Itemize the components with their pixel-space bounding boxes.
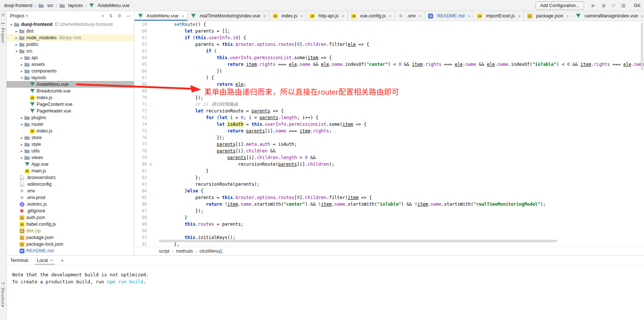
tree-item-components[interactable]: ▸components bbox=[7, 68, 134, 74]
titlebar-icons: ▶◉⊙▦ bbox=[590, 3, 627, 8]
tree-item-node_modules[interactable]: ▸node_moduleslibrary root bbox=[7, 34, 134, 41]
tree-item-dist[interactable]: ▸dist bbox=[7, 28, 134, 34]
horizontal-scrollbar[interactable] bbox=[159, 240, 557, 242]
tree-item-public[interactable]: ▸public bbox=[7, 41, 134, 48]
tree-item-api[interactable]: ▸api bbox=[7, 54, 134, 61]
tab-index.js[interactable]: JSindex.js× bbox=[269, 11, 306, 21]
close-icon[interactable]: × bbox=[181, 13, 184, 19]
structure-toolwindow-button[interactable]: 7: Structure bbox=[1, 282, 5, 307]
close-icon[interactable]: × bbox=[566, 13, 569, 19]
tab-realTimeMonitoring-index.vue[interactable]: realTimeMonitoring\index.vue× bbox=[188, 11, 269, 21]
tree-item-AsideMenu.vue[interactable]: AsideMenu.vue bbox=[7, 81, 134, 88]
editor-breadcrumb-item-clickMenu-[interactable]: clickMenu() bbox=[199, 249, 222, 254]
tree-item-index.js[interactable]: JSindex.js bbox=[7, 94, 134, 101]
chevron-right-icon[interactable]: ▸ bbox=[19, 56, 24, 60]
tree-item-package.json[interactable]: { }package.json bbox=[7, 234, 134, 241]
add-configuration-button[interactable]: Add Configuration... bbox=[536, 1, 584, 10]
chevron-right-icon[interactable]: ▸ bbox=[19, 69, 24, 73]
close-icon[interactable]: × bbox=[419, 13, 422, 19]
tab-AsideMenu.vue[interactable]: AsideMenu.vue× bbox=[134, 11, 188, 21]
breadcrumb-item-duoji-frontend[interactable]: duoji-frontend bbox=[3, 3, 33, 9]
chevron-right-icon[interactable]: ▸ bbox=[14, 36, 19, 40]
locate-file-icon[interactable]: ⌖ bbox=[101, 13, 104, 18]
code-area[interactable]: 59 setRoute() {60 let parents = [];61 if… bbox=[134, 21, 644, 247]
coverage-icon[interactable]: ⊙ bbox=[610, 3, 617, 8]
tab-README.md[interactable]: MREADME.md× bbox=[425, 11, 474, 21]
chevron-right-icon[interactable]: ▸ bbox=[19, 63, 24, 67]
breadcrumb-item-layouts[interactable]: layouts bbox=[58, 3, 84, 9]
project-view-selector[interactable]: Project ▾ bbox=[10, 13, 28, 18]
chevron-right-icon[interactable]: ▸ bbox=[19, 136, 24, 140]
hide-panel-icon[interactable]: — bbox=[126, 13, 131, 18]
editor-breadcrumb-item-methods[interactable]: methods bbox=[176, 249, 193, 254]
tree-item-router[interactable]: ▾router bbox=[7, 121, 134, 128]
close-icon[interactable]: × bbox=[389, 13, 392, 19]
tree-item-views[interactable]: ▸views bbox=[7, 154, 134, 161]
chevron-right-icon[interactable]: ▸ bbox=[14, 43, 19, 47]
run-icon[interactable]: ▶ bbox=[590, 3, 597, 8]
chevron-right-icon[interactable]: ▸ bbox=[19, 116, 24, 120]
tree-item-main.js[interactable]: JSmain.js bbox=[7, 168, 134, 174]
chevron-down-icon[interactable]: ▾ bbox=[19, 122, 24, 127]
tool-window-grid-icon[interactable]: ⊞ bbox=[0, 13, 6, 17]
vertical-scrollbar[interactable] bbox=[641, 23, 643, 71]
tree-item-utils[interactable]: ▸utils bbox=[7, 148, 134, 154]
close-icon[interactable]: × bbox=[518, 13, 521, 19]
breadcrumb-item-AsideMenu.vue[interactable]: AsideMenu.vue bbox=[88, 3, 131, 9]
tab-package.json[interactable]: { }package.json× bbox=[524, 11, 572, 21]
tree-item-plugins[interactable]: ▸plugins bbox=[7, 114, 134, 121]
tab-http-api.js[interactable]: JShttp-api.js× bbox=[306, 11, 348, 21]
chevron-down-icon[interactable]: ▾ bbox=[14, 49, 19, 53]
tab-vue.config.js[interactable]: JSvue.config.js× bbox=[348, 11, 395, 21]
debug-icon[interactable]: ◉ bbox=[600, 3, 607, 8]
gutter-spacer bbox=[147, 234, 155, 241]
close-icon[interactable]: × bbox=[342, 13, 345, 19]
tree-item-src[interactable]: ▾src bbox=[7, 48, 134, 54]
tree-item-.eslintrc.js[interactable]: e.eslintrc.js bbox=[7, 201, 134, 208]
expand-collapse-icon[interactable]: ⇅ bbox=[109, 13, 113, 18]
tree-item-PageContent.vue[interactable]: PageContent.vue bbox=[7, 101, 134, 108]
tree-item-package-lock.json[interactable]: { }package-lock.json bbox=[7, 241, 134, 247]
chevron-right-icon[interactable]: ▸ bbox=[14, 29, 19, 33]
terminal-output[interactable]: Note that the development build is not o… bbox=[7, 265, 644, 320]
tree-item-duoji-frontend[interactable]: ▾duoji-frontendD:\zheheWeb\duoji-fronten… bbox=[7, 21, 134, 28]
close-icon[interactable]: × bbox=[263, 13, 266, 19]
tree-item-assets[interactable]: ▸assets bbox=[7, 61, 134, 68]
close-icon[interactable]: × bbox=[50, 257, 53, 263]
tree-item-dist.zip[interactable]: Zdist.zip bbox=[7, 228, 134, 234]
tree-item-.browserslistrc[interactable]: .browserslistrc bbox=[7, 174, 134, 181]
tree-item-.gitignore[interactable]: .gitignore bbox=[7, 208, 134, 214]
chevron-right-icon[interactable]: ▸ bbox=[19, 142, 24, 146]
tree-item-.env[interactable]: ⚙.env bbox=[7, 188, 134, 194]
close-icon[interactable]: × bbox=[300, 13, 303, 19]
tab-cameraManage-index.vue[interactable]: cameraManage\index.vue× bbox=[573, 11, 644, 21]
tree-item-style[interactable]: ▸style bbox=[7, 141, 134, 148]
tab-.env[interactable]: ⚙.env× bbox=[395, 11, 425, 21]
tree-item-Breadcrumb.vue[interactable]: Breadcrumb.vue bbox=[7, 88, 134, 94]
tree-item-babel.config.js[interactable]: JSbabel.config.js bbox=[7, 221, 134, 228]
git-label[interactable]: Git: bbox=[634, 3, 641, 8]
tree-item-layouts[interactable]: ▾layouts bbox=[7, 74, 134, 81]
editor-breadcrumb-item-script[interactable]: script bbox=[159, 249, 170, 254]
chevron-right-icon[interactable]: ▸ bbox=[19, 156, 24, 160]
close-icon[interactable]: × bbox=[467, 13, 470, 19]
tree-item-.env.prod[interactable]: ⚙.env.prod bbox=[7, 194, 134, 201]
tree-item-App.vue[interactable]: App.vue bbox=[7, 161, 134, 168]
grid-icon[interactable]: ▦ bbox=[620, 3, 627, 8]
close-icon[interactable]: × bbox=[641, 13, 644, 19]
settings-gear-icon[interactable]: ⚙ bbox=[117, 13, 121, 18]
chevron-down-icon[interactable]: ▾ bbox=[19, 76, 24, 80]
tree-item-auth.json[interactable]: { }auth.json bbox=[7, 214, 134, 221]
tree-item-PageHeader.vue[interactable]: PageHeader.vue bbox=[7, 108, 134, 114]
tree-item-.editorconfig[interactable]: .editorconfig bbox=[7, 181, 134, 188]
breadcrumb-item-src[interactable]: src bbox=[37, 3, 54, 9]
project-toolwindow-button[interactable]: 1: Project bbox=[1, 22, 5, 43]
tab-importExcel.js[interactable]: JSimportExcel.js× bbox=[474, 11, 524, 21]
tree-item-README.md[interactable]: MREADME.md bbox=[7, 247, 134, 254]
tree-item-index.js[interactable]: JSindex.js bbox=[7, 128, 134, 134]
terminal-tab-local[interactable]: Local × bbox=[34, 256, 56, 265]
tree-item-store[interactable]: ▸store bbox=[7, 134, 134, 141]
new-terminal-button[interactable]: + bbox=[57, 257, 67, 263]
chevron-right-icon[interactable]: ▸ bbox=[19, 149, 24, 153]
chevron-down-icon[interactable]: ▾ bbox=[9, 23, 14, 27]
